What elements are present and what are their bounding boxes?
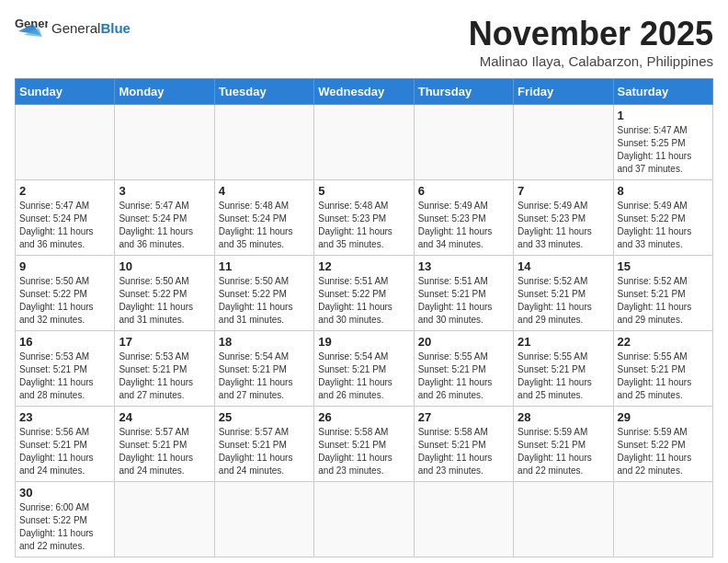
day-number: 23 (19, 410, 110, 424)
calendar-cell: 1Sunrise: 5:47 AM Sunset: 5:25 PM Daylig… (613, 105, 712, 180)
day-info: Sunrise: 5:52 AM Sunset: 5:21 PM Dayligh… (518, 275, 609, 327)
calendar-row-0: 1Sunrise: 5:47 AM Sunset: 5:25 PM Daylig… (16, 105, 713, 180)
day-number: 19 (318, 335, 409, 349)
day-number: 8 (618, 184, 709, 198)
day-info: Sunrise: 5:58 AM Sunset: 5:21 PM Dayligh… (418, 426, 509, 477)
calendar-cell (414, 482, 513, 557)
day-info: Sunrise: 5:49 AM Sunset: 5:23 PM Dayligh… (518, 200, 609, 251)
calendar-cell: 25Sunrise: 5:57 AM Sunset: 5:21 PM Dayli… (214, 407, 313, 482)
day-number: 22 (618, 335, 709, 349)
calendar-row-3: 16Sunrise: 5:53 AM Sunset: 5:21 PM Dayli… (16, 331, 713, 407)
weekday-header-tuesday: Tuesday (214, 79, 313, 105)
calendar-cell: 10Sunrise: 5:50 AM Sunset: 5:22 PM Dayli… (115, 256, 214, 331)
calendar-cell (514, 105, 613, 180)
calendar-cell (414, 105, 513, 180)
calendar-cell (314, 482, 414, 557)
day-number: 29 (618, 410, 709, 424)
weekday-header-sunday: Sunday (16, 79, 115, 105)
day-info: Sunrise: 5:48 AM Sunset: 5:24 PM Dayligh… (219, 200, 310, 251)
day-number: 30 (19, 486, 110, 500)
day-number: 20 (418, 335, 509, 349)
weekday-header-saturday: Saturday (613, 79, 712, 105)
calendar-cell (314, 105, 414, 180)
day-number: 11 (219, 259, 310, 273)
day-info: Sunrise: 5:50 AM Sunset: 5:22 PM Dayligh… (219, 275, 310, 327)
day-number: 21 (518, 335, 609, 349)
day-number: 5 (318, 184, 409, 198)
calendar-cell (115, 105, 214, 180)
day-info: Sunrise: 5:59 AM Sunset: 5:22 PM Dayligh… (618, 426, 709, 477)
calendar-cell: 16Sunrise: 5:53 AM Sunset: 5:21 PM Dayli… (16, 331, 115, 407)
day-info: Sunrise: 5:53 AM Sunset: 5:21 PM Dayligh… (19, 350, 110, 402)
day-number: 12 (318, 259, 409, 273)
day-number: 25 (219, 410, 310, 424)
calendar-cell: 3Sunrise: 5:47 AM Sunset: 5:24 PM Daylig… (115, 180, 214, 256)
logo-general: General (51, 20, 100, 36)
day-number: 10 (119, 259, 210, 273)
calendar-cell (613, 482, 712, 557)
day-info: Sunrise: 5:48 AM Sunset: 5:23 PM Dayligh… (318, 200, 409, 251)
day-info: Sunrise: 5:55 AM Sunset: 5:21 PM Dayligh… (618, 350, 709, 402)
calendar-row-2: 9Sunrise: 5:50 AM Sunset: 5:22 PM Daylig… (16, 256, 713, 331)
day-info: Sunrise: 5:57 AM Sunset: 5:21 PM Dayligh… (219, 426, 310, 477)
calendar-cell: 27Sunrise: 5:58 AM Sunset: 5:21 PM Dayli… (414, 407, 513, 482)
day-number: 4 (219, 184, 310, 198)
day-number: 6 (418, 184, 509, 198)
day-info: Sunrise: 5:50 AM Sunset: 5:22 PM Dayligh… (119, 275, 210, 327)
day-number: 2 (19, 184, 110, 198)
day-number: 17 (119, 335, 210, 349)
day-info: Sunrise: 5:47 AM Sunset: 5:24 PM Dayligh… (119, 200, 210, 251)
calendar-cell: 7Sunrise: 5:49 AM Sunset: 5:23 PM Daylig… (514, 180, 613, 256)
day-info: Sunrise: 5:54 AM Sunset: 5:21 PM Dayligh… (219, 350, 310, 402)
day-number: 27 (418, 410, 509, 424)
day-info: Sunrise: 6:00 AM Sunset: 5:22 PM Dayligh… (19, 501, 110, 553)
calendar-table: SundayMondayTuesdayWednesdayThursdayFrid… (15, 78, 713, 557)
logo-icon: General (15, 15, 48, 40)
day-number: 16 (19, 335, 110, 349)
logo-blue: Blue (100, 20, 131, 36)
calendar-row-1: 2Sunrise: 5:47 AM Sunset: 5:24 PM Daylig… (16, 180, 713, 256)
calendar-cell (214, 482, 313, 557)
day-number: 18 (219, 335, 310, 349)
page-header: General GeneralBlue November 2025 Malina… (15, 15, 713, 69)
calendar-cell: 24Sunrise: 5:57 AM Sunset: 5:21 PM Dayli… (115, 407, 214, 482)
day-number: 9 (19, 259, 110, 273)
day-info: Sunrise: 5:55 AM Sunset: 5:21 PM Dayligh… (518, 350, 609, 402)
calendar-cell: 12Sunrise: 5:51 AM Sunset: 5:22 PM Dayli… (314, 256, 414, 331)
day-number: 28 (518, 410, 609, 424)
day-info: Sunrise: 5:47 AM Sunset: 5:24 PM Dayligh… (19, 200, 110, 251)
calendar-cell: 18Sunrise: 5:54 AM Sunset: 5:21 PM Dayli… (214, 331, 313, 407)
calendar-cell: 9Sunrise: 5:50 AM Sunset: 5:22 PM Daylig… (16, 256, 115, 331)
calendar-cell: 30Sunrise: 6:00 AM Sunset: 5:22 PM Dayli… (16, 482, 115, 557)
day-info: Sunrise: 5:52 AM Sunset: 5:21 PM Dayligh… (618, 275, 709, 327)
day-info: Sunrise: 5:56 AM Sunset: 5:21 PM Dayligh… (19, 426, 110, 477)
day-number: 3 (119, 184, 210, 198)
day-number: 13 (418, 259, 509, 273)
weekday-header-row: SundayMondayTuesdayWednesdayThursdayFrid… (16, 79, 713, 105)
calendar-cell: 19Sunrise: 5:54 AM Sunset: 5:21 PM Dayli… (314, 331, 414, 407)
day-info: Sunrise: 5:53 AM Sunset: 5:21 PM Dayligh… (119, 350, 210, 402)
location-subtitle: Malinao Ilaya, Calabarzon, Philippines (469, 53, 713, 69)
calendar-cell (514, 482, 613, 557)
calendar-cell (115, 482, 214, 557)
day-info: Sunrise: 5:47 AM Sunset: 5:25 PM Dayligh… (618, 124, 709, 176)
weekday-header-thursday: Thursday (414, 79, 513, 105)
calendar-cell: 2Sunrise: 5:47 AM Sunset: 5:24 PM Daylig… (16, 180, 115, 256)
calendar-cell (214, 105, 313, 180)
calendar-cell: 6Sunrise: 5:49 AM Sunset: 5:23 PM Daylig… (414, 180, 513, 256)
day-info: Sunrise: 5:59 AM Sunset: 5:21 PM Dayligh… (518, 426, 609, 477)
calendar-cell: 28Sunrise: 5:59 AM Sunset: 5:21 PM Dayli… (514, 407, 613, 482)
month-title: November 2025 (469, 15, 713, 53)
day-info: Sunrise: 5:49 AM Sunset: 5:23 PM Dayligh… (418, 200, 509, 251)
day-number: 7 (518, 184, 609, 198)
day-number: 14 (518, 259, 609, 273)
day-info: Sunrise: 5:58 AM Sunset: 5:21 PM Dayligh… (318, 426, 409, 477)
calendar-cell: 21Sunrise: 5:55 AM Sunset: 5:21 PM Dayli… (514, 331, 613, 407)
day-number: 15 (618, 259, 709, 273)
calendar-cell: 4Sunrise: 5:48 AM Sunset: 5:24 PM Daylig… (214, 180, 313, 256)
calendar-cell: 26Sunrise: 5:58 AM Sunset: 5:21 PM Dayli… (314, 407, 414, 482)
day-info: Sunrise: 5:55 AM Sunset: 5:21 PM Dayligh… (418, 350, 509, 402)
logo-wordmark: GeneralBlue (51, 21, 131, 35)
day-info: Sunrise: 5:51 AM Sunset: 5:21 PM Dayligh… (418, 275, 509, 327)
weekday-header-monday: Monday (115, 79, 214, 105)
